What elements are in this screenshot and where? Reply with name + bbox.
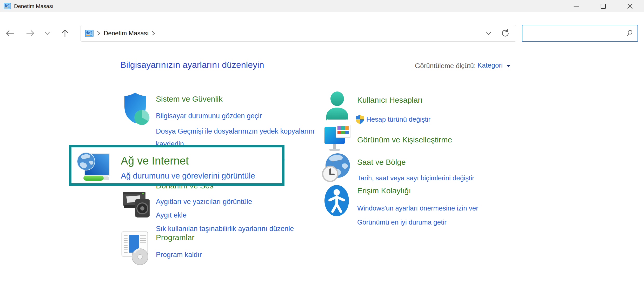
breadcrumb-chevron-icon[interactable] [97, 31, 101, 36]
task-link[interactable]: Hesap türünü değiştir [366, 115, 430, 123]
breadcrumb-chevron-icon[interactable] [152, 31, 155, 36]
view-by-dropdown[interactable]: Kategori [477, 61, 510, 69]
window-title: Denetim Masası [14, 0, 54, 12]
view-by-label: Görüntüleme ölçütü: [415, 62, 476, 70]
refresh-button[interactable] [501, 29, 510, 38]
category-user-accounts: Kullanıcı Hesapları Hesap türünü değişti… [325, 91, 527, 128]
minimize-button[interactable] [568, 0, 585, 12]
category-programs: Programlar Program kaldır [121, 231, 324, 268]
search-input[interactable] [522, 25, 626, 42]
clock-region-links: Tarih, saat veya sayı biçimlerini değişt… [357, 172, 474, 185]
task-link[interactable]: Windows'un ayarları önermesine izin ver [357, 201, 478, 215]
search-icon[interactable] [626, 29, 634, 37]
task-link[interactable]: Tarih, saat veya sayı biçimlerini değişt… [357, 172, 474, 185]
caret-down-icon [506, 65, 510, 67]
control-panel-icon [85, 30, 94, 37]
shield-pie-icon[interactable] [122, 91, 150, 127]
chevron-down-icon [44, 31, 50, 35]
user-accounts-title-link[interactable]: Kullanıcı Hesapları [357, 96, 423, 104]
close-icon [627, 3, 633, 9]
hardware-sound-links: Aygıtları ve yazıcıları görüntüle Aygıt … [156, 195, 343, 235]
globe-clock-icon[interactable] [322, 152, 350, 182]
control-panel-window: { "window": { "title": "Denetim Masası" … [0, 0, 644, 283]
task-link[interactable]: Aygıt ekle [156, 208, 343, 222]
search-box[interactable] [522, 25, 638, 42]
task-link-network-status[interactable]: Ağ durumunu ve görevlerini görüntüle [121, 171, 255, 181]
system-security-title-link[interactable]: Sistem ve Güvenlik [156, 95, 223, 103]
network-internet-title-link[interactable]: Ağ ve Internet [121, 155, 189, 167]
recent-locations-button[interactable] [41, 26, 54, 41]
view-by-value: Kategori [477, 61, 503, 69]
back-button[interactable] [3, 26, 17, 41]
category-clock-region: Saat ve Bölge Tarih, saat veya sayı biçi… [322, 152, 525, 185]
network-monitor-globe-icon[interactable] [76, 149, 111, 183]
category-hardware-sound: Donanım ve Ses Aygıtları ve yazıcıları g… [122, 181, 325, 233]
task-link[interactable]: Program kaldır [156, 248, 312, 261]
program-cd-icon[interactable] [121, 231, 150, 266]
address-bar[interactable]: Denetim Masası [81, 25, 516, 42]
programs-links: Program kaldır [156, 248, 312, 261]
highlight-annotation-box: Ağ ve Internet Ağ durumunu ve görevlerin… [69, 145, 284, 186]
close-button[interactable] [621, 0, 639, 12]
chevron-down-icon [485, 31, 492, 35]
maximize-icon [600, 3, 606, 9]
ease-of-access-title-link[interactable]: Erişim Kolaylığı [357, 186, 411, 195]
uac-shield-icon [355, 114, 364, 124]
forward-arrow-icon [26, 29, 35, 37]
page-title: Bilgisayarınızın ayarlarını düzenleyin [120, 60, 264, 70]
breadcrumb-item-control-panel[interactable]: Denetim Masası [104, 30, 149, 37]
back-arrow-icon [5, 29, 15, 37]
forward-button[interactable] [23, 26, 38, 41]
address-dropdown-button[interactable] [485, 31, 492, 35]
printer-speaker-icon[interactable] [123, 189, 150, 218]
titlebar: Denetim Masası [0, 0, 644, 12]
task-link[interactable]: Bilgisayar durumunu gözden geçir [156, 110, 333, 122]
maximize-button[interactable] [595, 0, 612, 12]
up-button[interactable] [58, 26, 72, 41]
category-ease-of-access: Erişim Kolaylığı Windows'un ayarları öne… [324, 184, 527, 233]
up-arrow-icon [61, 29, 69, 38]
task-link[interactable]: Aygıtları ve yazıcıları görüntüle [156, 195, 343, 208]
user-accounts-links: Hesap türünü değiştir [355, 114, 430, 124]
clock-region-title-link[interactable]: Saat ve Bölge [357, 158, 406, 167]
task-link[interactable]: Görünümü en iyi duruma getir [357, 215, 478, 229]
minimize-icon [573, 3, 579, 9]
refresh-icon [501, 29, 510, 38]
ease-of-access-links: Windows'un ayarları önermesine izin ver … [357, 201, 478, 229]
task-link[interactable]: Sık kullanılan taşınabilirlik ayarlarını… [156, 222, 343, 235]
appearance-title-link[interactable]: Görünüm ve Kişiselleştirme [357, 135, 452, 144]
monitor-tiles-icon[interactable] [324, 125, 350, 156]
control-panel-icon [4, 3, 11, 10]
user-silhouette-icon[interactable] [325, 91, 350, 121]
